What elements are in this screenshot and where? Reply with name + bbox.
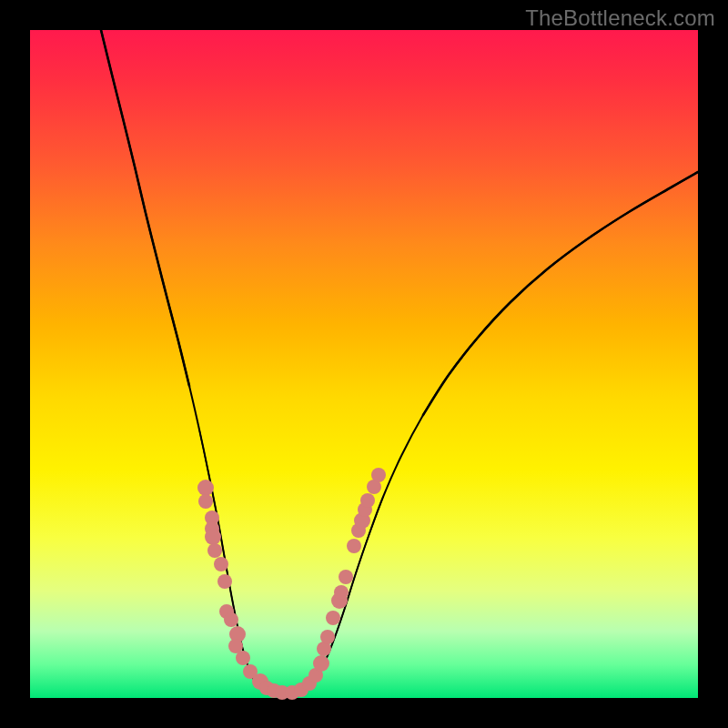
bead-right-12 <box>360 493 375 508</box>
bead-left-1 <box>198 494 213 509</box>
bead-markers <box>197 468 386 700</box>
bead-right-3 <box>320 630 335 644</box>
bead-left-9 <box>224 612 238 627</box>
curve-right-arm-heavy <box>423 172 698 415</box>
curve-svg <box>30 30 698 698</box>
bead-left-7 <box>217 574 232 589</box>
plot-area <box>30 30 698 698</box>
bead-right-1 <box>313 655 329 672</box>
bead-right-4 <box>326 611 340 625</box>
bead-right-8 <box>347 539 361 553</box>
curve-right-arm <box>303 172 698 691</box>
outer-frame: TheBottleneck.com <box>0 0 728 728</box>
bead-left-5 <box>207 543 222 558</box>
bead-left-6 <box>214 557 228 571</box>
curve-paths <box>101 30 698 694</box>
watermark-text: TheBottleneck.com <box>525 5 715 31</box>
bead-left-4 <box>205 529 221 545</box>
bead-left-0 <box>197 480 214 496</box>
bead-right-6 <box>334 585 349 600</box>
bead-right-14 <box>371 468 386 482</box>
curve-left-arm-heavy <box>101 30 189 386</box>
bead-right-7 <box>339 570 353 584</box>
bead-left-12 <box>236 651 250 665</box>
